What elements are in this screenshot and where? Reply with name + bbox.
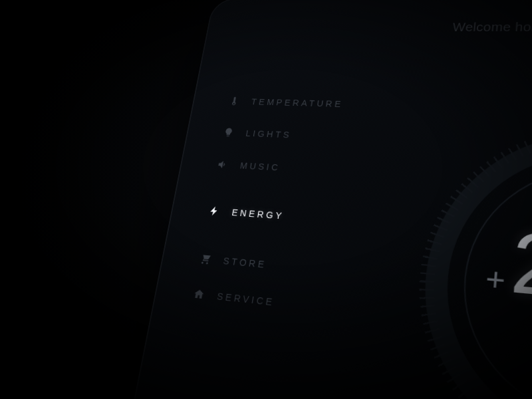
sidebar-item-label: SERVICE	[216, 291, 275, 307]
sidebar-item-label: TEMPERATURE	[251, 97, 344, 109]
sidebar-menu: TEMPERATURE LIGHTS MUSIC ENERGY	[189, 86, 345, 325]
dial-sign: +	[484, 261, 507, 299]
sidebar-item-temperature[interactable]: TEMPERATURE	[225, 86, 345, 120]
cart-icon	[198, 251, 213, 267]
dial-number: 20	[508, 219, 532, 315]
house-icon	[191, 287, 207, 303]
greeting-prefix: Welcome home,	[452, 20, 532, 33]
sidebar-item-energy[interactable]: ENERGY	[204, 194, 329, 237]
welcome-header: Welcome home, Joseph!	[452, 20, 532, 35]
thermometer-icon	[227, 94, 242, 107]
sidebar-item-label: ENERGY	[231, 207, 285, 221]
speaker-icon	[215, 158, 230, 172]
dial-value: + 20	[483, 217, 532, 315]
sidebar-item-lights[interactable]: LIGHTS	[219, 116, 341, 154]
lightbulb-icon	[221, 126, 236, 139]
sidebar-item-label: STORE	[223, 255, 268, 270]
energy-dial[interactable]: + 20	[409, 128, 532, 399]
sidebar-item-music[interactable]: MUSIC	[213, 148, 336, 188]
sidebar-item-label: MUSIC	[239, 161, 281, 173]
sidebar-item-label: LIGHTS	[245, 128, 292, 140]
device-frame: Welcome home, Joseph! TEMPERATURE LIGHTS	[126, 0, 532, 399]
lightning-icon	[206, 203, 222, 218]
